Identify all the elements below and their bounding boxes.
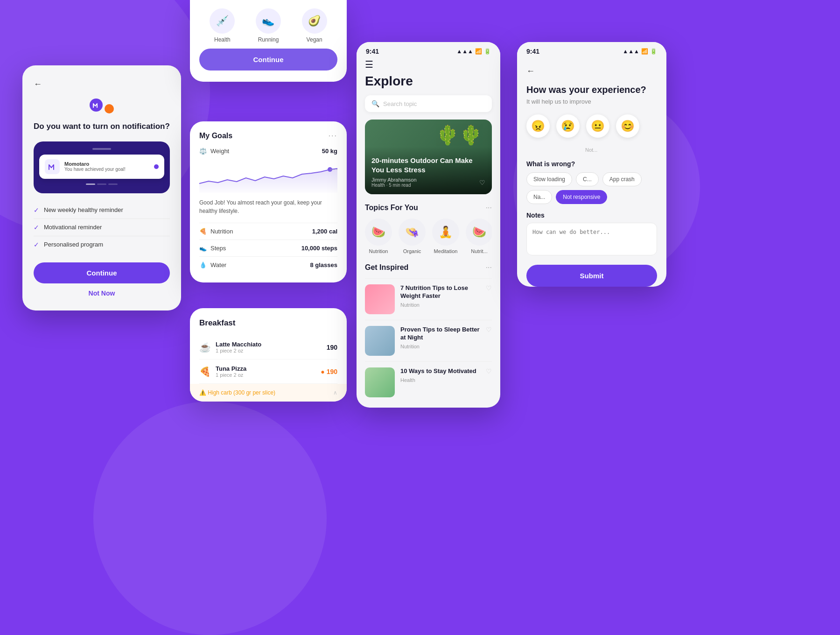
tags-row: Slow loading C... App crash Na... Not re…	[526, 172, 657, 204]
nutrition-label: 🍕 Nutrition	[199, 228, 233, 235]
food-desc-2: 1 piece 2 oz	[216, 372, 246, 378]
article-category-2: Nutrition	[400, 344, 480, 349]
inspired-menu[interactable]: ···	[486, 263, 492, 272]
submit-button[interactable]: Submit	[526, 265, 657, 287]
emoji-angry[interactable]: 😠	[526, 114, 550, 138]
hamburger-menu[interactable]: ☰	[365, 59, 492, 70]
article-heart-3[interactable]: ♡	[486, 367, 492, 375]
back-button[interactable]: ←	[34, 79, 170, 89]
steps-icon: 👟	[199, 245, 207, 252]
nutrition-icon: 🍕	[199, 228, 207, 235]
nutrient-row-2: 👟 Steps 10,000 steps	[199, 240, 337, 256]
featured-heart-icon[interactable]: ♡	[479, 179, 485, 186]
article-thumb-2	[365, 326, 395, 356]
tag-na[interactable]: Na...	[526, 190, 552, 204]
weight-row: ⚖️ Weight 50 kg	[199, 148, 337, 155]
tag-app-crash[interactable]: App crash	[602, 172, 642, 186]
checklist: ✓ New weekly healthy reminder ✓ Motivati…	[34, 202, 170, 253]
food-cal-1: 190	[327, 344, 337, 351]
food-row-1: ☕ Latte Macchiato 1 piece 2 oz 190	[199, 335, 337, 360]
wifi-icon-fb: 📶	[641, 48, 648, 55]
checklist-label-3: Personalised program	[44, 241, 103, 248]
label-neutral: Not...	[585, 147, 597, 153]
topic-item-4[interactable]: 🍉 Nutrit...	[466, 219, 492, 254]
running-circle: 👟	[256, 8, 281, 34]
tag-not-responsive[interactable]: Not responsive	[556, 190, 607, 204]
nutrition-value: 1,200 cal	[312, 228, 337, 235]
status-icons-feedback: ▲▲▲ 📶 🔋	[623, 48, 657, 55]
topics-title: Topics For You	[365, 204, 418, 212]
screen-explore: 9:41 ▲▲▲ 📶 🔋 ☰ Explore 🔍 Search topic 🌵🌵…	[357, 42, 500, 408]
health-label: Health	[214, 36, 231, 43]
topic-item-1[interactable]: 🍉 Nutrition	[365, 219, 392, 254]
running-label: Running	[258, 36, 279, 43]
emoji-happy[interactable]: 😊	[616, 114, 639, 138]
article-title-1: 7 Nutrition Tips to Lose Weight Faster	[400, 284, 480, 300]
topic-label-1: Nutrition	[369, 248, 388, 254]
health-icons-row: 💉 Health 👟 Running 🥑 Vegan	[190, 0, 347, 49]
logo-right	[105, 104, 114, 113]
article-thumb-3	[365, 367, 395, 397]
topic-item-3[interactable]: 🧘 Meditation	[432, 219, 459, 254]
featured-title: 20-minutes Outdoor Can Make You Less Str…	[371, 156, 485, 174]
notif-app-icon	[45, 159, 60, 174]
screen-goals: My Goals ··· ⚖️ Weight 50 kg	[190, 121, 347, 282]
goals-menu[interactable]: ···	[329, 132, 337, 140]
article-row-3[interactable]: 10 Ways to Stay Motivated Health ♡	[365, 361, 492, 403]
notification-text: Momotaro You have achieved your goal!	[64, 161, 126, 172]
vegan-label: Vegan	[307, 36, 322, 43]
featured-meta: Jimmy Abrahamson Health · 5 min read ♡	[371, 177, 485, 188]
article-row-2[interactable]: Proven Tips to Sleep Better at Night Nut…	[365, 320, 492, 361]
nutrient-row-3: 💧 Water 8 glasses	[199, 256, 337, 273]
nutrient-row-1: 🍕 Nutrition 1,200 cal	[199, 223, 337, 240]
article-info-3: 10 Ways to Stay Motivated Health	[400, 367, 480, 383]
topic-label-2: Organic	[403, 248, 421, 254]
search-placeholder-text: Search topic	[383, 100, 417, 107]
checklist-label-2: Motivational reminder	[44, 224, 102, 231]
checklist-item-3: ✓ Personalised program	[34, 236, 170, 253]
wrong-title: What is wrong?	[526, 160, 657, 168]
food-row-2: 🍕 Tuna Pizza 1 piece 2 oz ● 190	[199, 360, 337, 384]
featured-tag: Health · 5 min read	[371, 183, 417, 188]
signal-icon-fb: ▲▲▲	[623, 48, 639, 55]
topic-label-3: Meditation	[434, 248, 458, 254]
water-icon: 💧	[199, 261, 207, 268]
notes-section: Notes	[526, 212, 657, 257]
phone-top-bar	[92, 148, 111, 150]
article-heart-2[interactable]: ♡	[486, 326, 492, 333]
emoji-labels: Not...	[526, 147, 657, 153]
featured-card[interactable]: 🌵🌵 20-minutes Outdoor Can Make You Less …	[365, 120, 492, 194]
notif-message: You have achieved your goal!	[64, 167, 126, 172]
tag-c[interactable]: C...	[576, 172, 599, 186]
goals-title: My Goals	[199, 132, 232, 140]
topics-menu[interactable]: ···	[486, 204, 492, 212]
article-thumb-1	[365, 284, 395, 314]
continue-button[interactable]: Continue	[34, 262, 170, 283]
health-continue-button[interactable]: Continue	[199, 49, 337, 71]
not-now-button[interactable]: Not Now	[34, 289, 170, 297]
emoji-sad[interactable]: 😢	[556, 114, 580, 138]
food-info-1: ☕ Latte Macchiato 1 piece 2 oz	[199, 341, 261, 353]
inspired-section: Get Inspired ··· 7 Nutrition Tips to Los…	[365, 263, 492, 403]
article-title-2: Proven Tips to Sleep Better at Night	[400, 326, 480, 342]
notification-bubble: Momotaro You have achieved your goal!	[39, 155, 164, 179]
emoji-neutral[interactable]: 😐	[586, 114, 609, 138]
article-heart-1[interactable]: ♡	[486, 284, 492, 292]
food-info-2: 🍕 Tuna Pizza 1 piece 2 oz	[199, 365, 246, 378]
signal-icon: ▲▲▲	[456, 48, 473, 55]
food-icon-2: 🍕	[199, 366, 211, 377]
tag-slow-loading[interactable]: Slow loading	[526, 172, 572, 186]
topic-item-2[interactable]: 👒 Organic	[399, 219, 426, 254]
food-cal-2: ● 190	[321, 368, 337, 375]
notes-input[interactable]	[526, 223, 657, 255]
topics-row: 🍉 Nutrition 👒 Organic 🧘 Meditation 🍉 Nut…	[365, 219, 492, 254]
screen-health-top: 💉 Health 👟 Running 🥑 Vegan Continue	[190, 0, 347, 82]
steps-value: 10,000 steps	[301, 245, 337, 252]
wifi-icon: 📶	[475, 48, 482, 55]
featured-overlay: 20-minutes Outdoor Can Make You Less Str…	[365, 147, 492, 194]
feedback-back-button[interactable]: ←	[526, 66, 657, 76]
main-container: ← Do you want to turn on notification?	[0, 0, 840, 635]
search-bar[interactable]: 🔍 Search topic	[365, 95, 492, 112]
article-row-1[interactable]: 7 Nutrition Tips to Lose Weight Faster N…	[365, 278, 492, 320]
warning-chevron[interactable]: ∧	[333, 389, 337, 396]
